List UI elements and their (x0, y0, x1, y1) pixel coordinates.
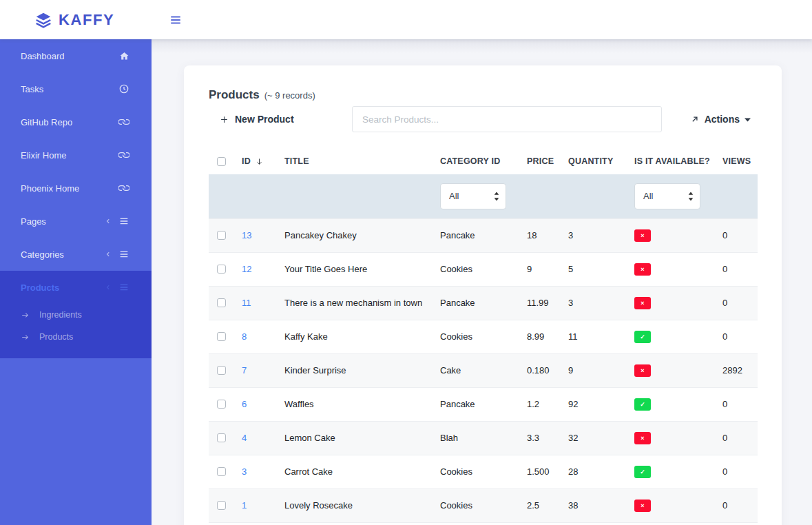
table-row: 12 Your Title Goes Here Cookies 9 5 × 0 (209, 252, 758, 286)
row-views: 0 (716, 387, 758, 421)
row-id-link[interactable]: 1 (242, 500, 247, 511)
row-id-link[interactable]: 12 (242, 264, 251, 274)
availability-badge: ✓ (634, 466, 651, 478)
row-id-link[interactable]: 6 (242, 399, 247, 409)
row-category: Cookies (433, 320, 520, 353)
sidebar: Dashboard Tasks GitHub Repo Elixir Home … (0, 39, 152, 525)
availability-badge: ✓ (634, 331, 651, 343)
row-id-link[interactable]: 4 (242, 433, 247, 443)
availability-badge: × (634, 263, 651, 276)
search-input[interactable] (352, 106, 662, 132)
sidebar-item-dashboard[interactable]: Dashboard (0, 39, 152, 72)
row-id-link[interactable]: 7 (242, 365, 247, 375)
table-row: 6 Waffles Pancake 1.2 92 ✓ 0 (209, 387, 758, 421)
row-quantity: 3 (561, 286, 627, 320)
products-table: ID TITLE CATEGORY ID PRICE QUANTITY IS I… (209, 148, 758, 523)
row-checkbox[interactable] (217, 332, 226, 341)
row-views: 0 (716, 218, 758, 252)
row-price: 1.500 (520, 455, 561, 488)
row-title: Kinder Surprise (278, 353, 433, 387)
row-category: Pancake (433, 218, 520, 252)
arrow-right-icon (21, 333, 30, 342)
row-checkbox[interactable] (217, 400, 226, 409)
sidebar-item-elixir-home[interactable]: Elixir Home (0, 138, 152, 172)
menu-icon (118, 282, 129, 293)
row-title: There is a new mechanism in town (278, 286, 433, 320)
column-header-price: PRICE (520, 148, 561, 174)
link-icon (118, 116, 129, 127)
row-views: 0 (716, 252, 758, 286)
row-price: 3.3 (520, 421, 561, 455)
row-price: 18 (520, 218, 561, 252)
row-views: 0 (716, 455, 758, 488)
products-card: Products (~ 9 records) New Product Actio… (184, 65, 782, 525)
row-checkbox[interactable] (217, 366, 226, 375)
row-checkbox[interactable] (217, 501, 226, 510)
row-category: Cookies (433, 455, 520, 488)
row-quantity: 38 (561, 488, 627, 522)
layers-logo-icon (34, 11, 52, 29)
category-filter-select[interactable]: All (440, 183, 506, 209)
availability-badge: × (634, 229, 651, 242)
row-title: Waffles (278, 387, 433, 421)
caret-down-icon (745, 118, 751, 122)
home-icon (119, 51, 129, 61)
row-id-link[interactable]: 8 (242, 331, 247, 342)
sidebar-subitem-ingredients[interactable]: Ingredients (0, 304, 152, 326)
row-title: Pancakey Chakey (278, 218, 433, 252)
row-price: 1.2 (520, 387, 561, 421)
sidebar-item-categories[interactable]: Categories (0, 238, 152, 271)
table-filter-row: All All (209, 174, 758, 218)
page-title: Products (209, 88, 260, 102)
sidebar-item-phoenix-home[interactable]: Phoenix Home (0, 172, 152, 205)
actions-dropdown[interactable]: Actions (690, 114, 751, 125)
row-quantity: 5 (561, 252, 627, 286)
sidebar-item-products[interactable]: Products (0, 271, 152, 304)
row-title: Lemon Cake (278, 421, 433, 455)
new-product-button[interactable]: New Product (219, 114, 294, 125)
table-row: 8 Kaffy Kake Cookies 8.99 11 ✓ 0 (209, 320, 758, 353)
link-icon (118, 150, 129, 161)
row-id-link[interactable]: 11 (242, 298, 251, 308)
row-id-link[interactable]: 3 (242, 466, 247, 477)
row-checkbox[interactable] (217, 298, 226, 307)
row-checkbox[interactable] (217, 265, 226, 274)
row-views: 0 (716, 320, 758, 353)
availability-filter-select[interactable]: All (634, 183, 700, 209)
table-row: 1 Lovely Rosecake Cookies 2.5 38 × 0 (209, 488, 758, 522)
row-title: Your Title Goes Here (278, 252, 433, 286)
table-row: 3 Carrot Cake Cookies 1.500 28 ✓ 0 (209, 455, 758, 488)
sidebar-item-pages[interactable]: Pages (0, 205, 152, 238)
plus-icon (219, 114, 229, 125)
row-category: Cookies (433, 252, 520, 286)
table-row: 11 There is a new mechanism in town Panc… (209, 286, 758, 320)
chevron-left-icon (104, 217, 112, 225)
menu-toggle-icon[interactable] (169, 14, 183, 26)
arrow-right-icon (21, 311, 30, 320)
column-header-id: ID (242, 156, 251, 166)
clock-icon (118, 83, 129, 94)
availability-badge: × (634, 500, 651, 512)
row-quantity: 11 (561, 320, 627, 353)
table-row: 13 Pancakey Chakey Pancake 18 3 × 0 (209, 218, 758, 252)
sidebar-item-tasks[interactable]: Tasks (0, 72, 152, 105)
column-header-category: CATEGORY ID (433, 148, 520, 174)
arrow-up-right-icon (690, 114, 700, 124)
records-count: (~ 9 records) (264, 90, 315, 101)
brand-link[interactable]: KAFFY (34, 0, 114, 39)
row-checkbox[interactable] (217, 467, 226, 476)
row-price: 0.180 (520, 353, 561, 387)
row-id-link[interactable]: 13 (242, 230, 251, 240)
row-category: Cookies (433, 488, 520, 522)
sort-descending-icon[interactable] (255, 157, 264, 166)
row-category: Pancake (433, 387, 520, 421)
table-body: 13 Pancakey Chakey Pancake 18 3 × 0 12 Y… (209, 218, 758, 522)
row-category: Blah (433, 421, 520, 455)
sidebar-item-github-repo[interactable]: GitHub Repo (0, 105, 152, 138)
select-all-checkbox[interactable] (217, 157, 226, 166)
row-quantity: 3 (561, 218, 627, 252)
row-checkbox[interactable] (217, 231, 226, 240)
row-checkbox[interactable] (217, 433, 226, 442)
sidebar-subitem-products[interactable]: Products (0, 326, 152, 348)
menu-icon (118, 216, 129, 227)
